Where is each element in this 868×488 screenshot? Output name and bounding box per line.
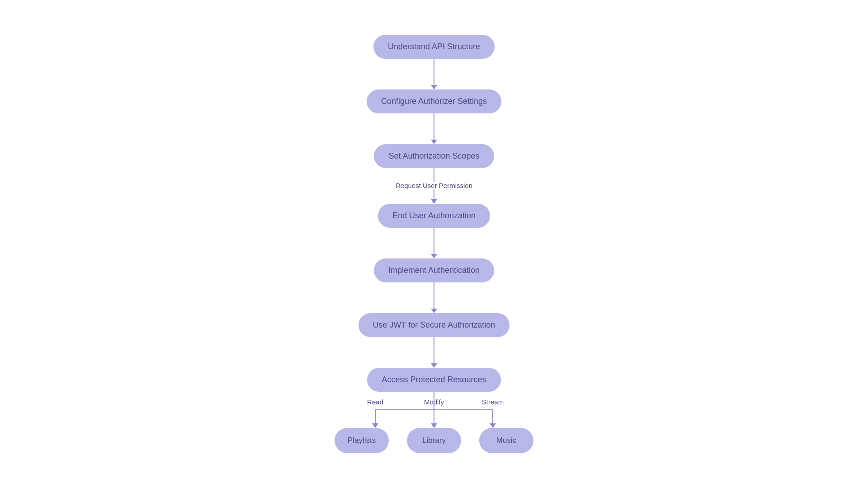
branch-label-read: Read bbox=[367, 398, 383, 406]
arrow-1 bbox=[431, 85, 437, 89]
line-3a bbox=[434, 168, 434, 182]
branch-svg: Read Modify Stream bbox=[335, 392, 533, 428]
node-configure-authorizer: Configure Authorizer Settings bbox=[367, 89, 501, 113]
arrow-4 bbox=[431, 254, 437, 258]
node-playlists: Playlists bbox=[335, 428, 389, 453]
node-understand-api: Understand API Structure bbox=[373, 35, 495, 59]
connector-5 bbox=[431, 282, 437, 313]
node-access-resources: Access Protected Resources bbox=[367, 368, 500, 392]
branch-arrow-center bbox=[431, 423, 437, 428]
node-library: Library bbox=[407, 428, 461, 453]
line-3b bbox=[434, 189, 434, 199]
line-2 bbox=[434, 113, 434, 140]
branch-nodes: Playlists Library Music bbox=[335, 428, 533, 453]
connector-label-request-permission: Request User Permission bbox=[396, 182, 472, 189]
arrow-2 bbox=[431, 140, 437, 144]
node-set-scopes: Set Authorization Scopes bbox=[374, 144, 494, 168]
branch-arrow-left bbox=[372, 423, 378, 428]
connector-3: Request User Permission bbox=[396, 168, 472, 204]
connector-4 bbox=[431, 228, 437, 258]
line-5 bbox=[434, 282, 434, 309]
node-music: Music bbox=[479, 428, 533, 453]
node-use-jwt: Use JWT for Secure Authorization bbox=[359, 313, 510, 337]
node-end-user-auth: End User Authorization bbox=[378, 204, 490, 228]
line-6 bbox=[434, 337, 434, 363]
arrow-5 bbox=[431, 309, 437, 313]
branch-arrow-right bbox=[490, 423, 496, 428]
connector-6 bbox=[431, 337, 437, 368]
branch-label-modify: Modify bbox=[424, 398, 444, 406]
flowchart: Understand API Structure Configure Autho… bbox=[298, 35, 570, 453]
arrow-3 bbox=[431, 199, 437, 204]
branch-area: Read Modify Stream Playlists Library Mus… bbox=[335, 392, 533, 453]
connector-2 bbox=[431, 113, 437, 144]
arrow-6 bbox=[431, 363, 437, 368]
node-implement-auth: Implement Authentication bbox=[374, 258, 494, 282]
branch-label-stream: Stream bbox=[482, 398, 504, 406]
line-4 bbox=[434, 228, 434, 254]
connector-1 bbox=[431, 59, 437, 89]
line-1 bbox=[434, 59, 434, 85]
